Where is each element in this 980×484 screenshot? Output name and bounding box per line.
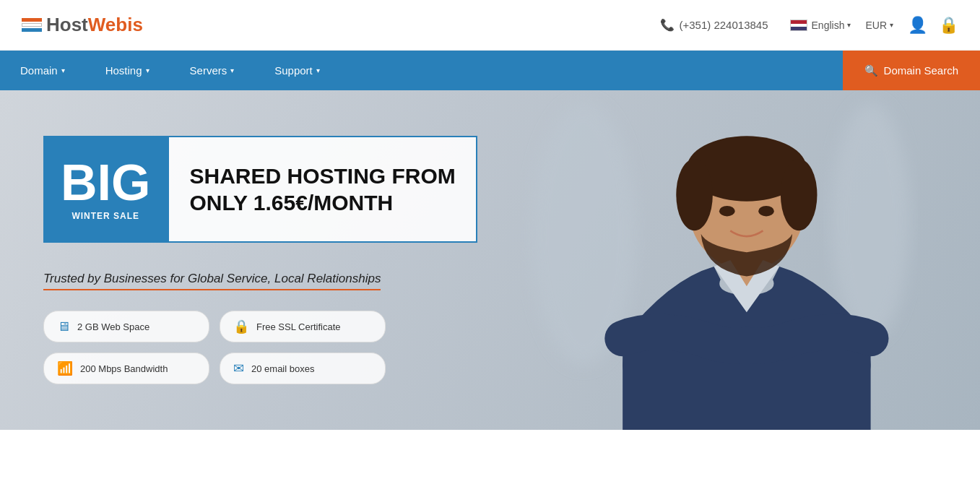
logo-webis: Webis [88,14,143,36]
top-icons: 👤 🔒 [908,16,958,35]
phone-icon: 📞 [660,18,675,32]
svg-point-9 [758,206,774,216]
phone-number: 📞 (+351) 224013845 [660,18,768,32]
sale-left-panel: BIG WINTER SALE [43,136,168,243]
currency-dropdown-arrow: ▾ [890,21,893,29]
logo-flag-icon [22,18,42,32]
headline-line1: SHARED HOSTING FROM [189,164,455,188]
badge-webspace-label: 2 GB Web Space [77,321,149,332]
hero-content: BIG WINTER SALE SHARED HOSTING FROM ONLY… [0,92,521,428]
nav-items: Domain ▾ Hosting ▾ Servers ▾ Support ▾ [0,51,843,90]
nav-bar: Domain ▾ Hosting ▾ Servers ▾ Support ▾ 🔍… [0,51,980,90]
nav-domain[interactable]: Domain ▾ [0,51,85,90]
tagline: Trusted by Businesses for Global Service… [43,272,381,290]
top-bar: HostWebis 📞 (+351) 224013845 English ▾ E… [0,0,980,51]
svg-point-6 [676,159,713,230]
email-icon: ✉ [233,360,244,376]
svg-point-1 [831,103,909,338]
nav-hosting-label: Hosting [105,64,142,77]
search-icon: 🔍 [864,64,878,77]
language-dropdown-arrow: ▾ [847,21,851,29]
nav-servers-arrow: ▾ [230,66,234,74]
cart-icon[interactable]: 🔒 [939,16,958,35]
badge-bandwidth-label: 200 Mbps Bandwidth [80,363,168,374]
nav-domain-label: Domain [20,64,58,77]
sale-subtitle: WINTER SALE [71,211,139,221]
nav-servers[interactable]: Servers ▾ [170,51,255,90]
language-selector[interactable]: English ▾ [790,20,851,31]
badge-ssl: 🔒 Free SSL Certificate [220,311,386,342]
user-icon[interactable]: 👤 [908,16,927,35]
currency-selector[interactable]: EUR ▾ [865,20,893,31]
nav-hosting-arrow: ▾ [146,66,149,74]
hero-section: BIG WINTER SALE SHARED HOSTING FROM ONLY… [0,90,980,430]
bandwidth-icon: 📶 [57,360,73,376]
nav-domain-arrow: ▾ [61,66,65,74]
nav-support-arrow: ▾ [316,66,320,74]
svg-point-8 [719,206,735,216]
feature-badges: 🖥 2 GB Web Space 🔒 Free SSL Certificate … [43,311,477,384]
badge-email-label: 20 email boxes [251,363,314,374]
domain-search-button[interactable]: 🔍 Domain Search [843,51,980,90]
badge-ssl-label: Free SSL Certificate [256,321,341,332]
badge-bandwidth: 📶 200 Mbps Bandwidth [43,353,209,384]
nav-support[interactable]: Support ▾ [254,51,340,90]
nav-hosting[interactable]: Hosting ▾ [85,51,170,90]
sale-right-panel: SHARED HOSTING FROM ONLY 1.65€/MONTH [168,136,477,243]
ssl-icon: 🔒 [233,319,249,334]
hero-person-image [441,90,980,430]
badge-webspace: 🖥 2 GB Web Space [43,311,209,342]
sale-big-text: BIG [61,157,150,208]
nav-support-label: Support [274,64,313,77]
logo[interactable]: HostWebis [22,14,143,36]
logo-host: Host [46,14,88,36]
webspace-icon: 🖥 [57,319,70,334]
nav-servers-label: Servers [190,64,227,77]
flag-icon [790,20,807,31]
svg-point-7 [781,159,818,230]
badge-email: ✉ 20 email boxes [220,353,386,384]
sale-box: BIG WINTER SALE SHARED HOSTING FROM ONLY… [43,136,477,243]
headline-line2: ONLY 1.65€/MONTH [189,191,393,215]
sale-headline: SHARED HOSTING FROM ONLY 1.65€/MONTH [189,163,455,217]
